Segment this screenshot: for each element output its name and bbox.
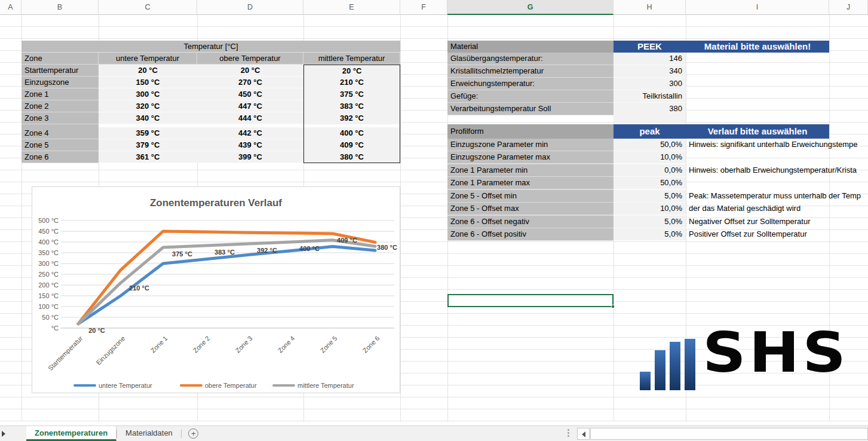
sheet-nav-arrow-icon[interactable]	[0, 426, 26, 441]
panel-row-label[interactable]: Einzugszone Parameter max	[447, 151, 614, 164]
column-header-F[interactable]: F	[400, 0, 447, 15]
panel-row-label[interactable]: Zone 6 - Offset positiv	[447, 228, 614, 241]
column-header-J[interactable]: J	[829, 0, 868, 15]
panel-row-hint[interactable]	[686, 103, 829, 115]
cell-mittlere[interactable]: 375 °C	[303, 88, 400, 100]
add-sheet-button[interactable]: +	[182, 426, 206, 441]
panel-header-label[interactable]: Profilform	[447, 124, 614, 139]
cell-zone-label[interactable]: Zone 5	[22, 139, 99, 151]
cell-obere[interactable]: 442 °C	[197, 127, 303, 139]
column-header-B[interactable]: B	[22, 0, 99, 15]
material-extra-cell[interactable]	[614, 112, 686, 122]
cell-untere[interactable]: 361 °C	[99, 151, 197, 163]
panel-row-hint[interactable]	[686, 177, 829, 189]
scroll-left-button[interactable]	[577, 428, 590, 440]
panel-row-value[interactable]: Teilkristallin	[614, 90, 686, 103]
cell-untere[interactable]: 20 °C	[99, 65, 197, 76]
panel-row-label[interactable]: Zone 6 - Offset negativ	[447, 216, 614, 228]
panel-row-value[interactable]: 5,0%	[614, 216, 686, 228]
panel-header-action[interactable]: Material bitte auswählen!	[686, 41, 829, 53]
selected-cell[interactable]	[447, 294, 614, 307]
cell-untere[interactable]: 379 °C	[99, 139, 197, 151]
cell-zone-label[interactable]: Starttemperatur	[22, 65, 99, 76]
cell-mittlere[interactable]: 383 °C	[303, 100, 400, 112]
panel-row-value[interactable]: 5,0%	[614, 228, 686, 241]
panel-row-value[interactable]: 50,0%	[614, 139, 686, 151]
horizontal-scrollbar[interactable]	[590, 428, 868, 440]
cell-zone-label[interactable]: Zone 1	[22, 88, 99, 100]
panel-header-label[interactable]: Material	[447, 41, 614, 53]
cell-obere[interactable]: 399 °C	[197, 151, 303, 163]
panel-row-hint[interactable]: Hinweis: signifikant unterhalb Erweichun…	[686, 139, 829, 151]
panel-header-value[interactable]: peak	[614, 124, 686, 139]
cell-untere[interactable]: 300 °C	[99, 88, 197, 100]
panel-row-value[interactable]: 0,0%	[614, 164, 686, 177]
cell-untere[interactable]: 150 °C	[99, 76, 197, 88]
column-header-A[interactable]: A	[0, 0, 22, 15]
column-header-C[interactable]: C	[99, 0, 197, 15]
panel-row-hint[interactable]: Peak: Massetemperatur muss unterhalb der…	[686, 190, 829, 203]
panel-row-hint[interactable]: Positiver Offset zur Solltemperatur	[686, 228, 829, 241]
panel-row-hint[interactable]: Hinweis: oberhalb Erweichungstemperatur/…	[686, 164, 829, 177]
fill-handle[interactable]	[611, 305, 615, 308]
cell-zone-label[interactable]: Einzugszone	[22, 76, 99, 88]
cell-zone-label[interactable]: Zone 6	[22, 151, 99, 163]
panel-row-hint[interactable]: Negativer Offset zur Solltemperatur	[686, 216, 829, 228]
cell-obere[interactable]: 447 °C	[197, 100, 303, 112]
panel-row-hint[interactable]	[686, 151, 829, 164]
cell-mittlere[interactable]: 392 °C	[303, 112, 400, 124]
panel-row-label[interactable]: Zone 1 Parameter min	[447, 164, 614, 177]
panel-row-label[interactable]: Kristallitschmelztemperatur	[447, 65, 614, 78]
cell-mittlere[interactable]: 210 °C	[303, 76, 400, 88]
panel-row-label[interactable]: Erweichungstemperatur:	[447, 78, 614, 90]
panel-row-value[interactable]: 5,0%	[614, 190, 686, 203]
cell-untere[interactable]: 359 °C	[99, 127, 197, 139]
panel-row-hint[interactable]	[686, 90, 829, 103]
panel-row-value[interactable]: 146	[614, 53, 686, 65]
y-axis-tick: 300 °C	[38, 260, 59, 267]
cell-mittlere[interactable]: 380 °C	[303, 151, 400, 163]
column-header-H[interactable]: H	[614, 0, 686, 15]
cell-obere[interactable]: 270 °C	[197, 76, 303, 88]
column-header-E[interactable]: E	[303, 0, 400, 15]
cell-mittlere[interactable]: 409 °C	[303, 139, 400, 151]
cell-zone-label[interactable]: Zone 3	[22, 112, 99, 124]
panel-row-label[interactable]: Glasübergangstemperatur:	[447, 53, 614, 65]
panel-row-value[interactable]: 340	[614, 65, 686, 78]
column-header-G[interactable]: G	[447, 0, 614, 15]
panel-row-value[interactable]: 50,0%	[614, 177, 686, 189]
cell-untere[interactable]: 320 °C	[99, 100, 197, 112]
panel-row-label[interactable]: Zone 1 Parameter max	[447, 177, 614, 189]
column-header-D[interactable]: D	[197, 0, 303, 15]
panel-header-action[interactable]: Verlauf bitte auswählen	[686, 124, 829, 139]
tab-zonentemperaturen[interactable]: Zonentemperaturen	[26, 426, 116, 441]
panel-row-label[interactable]: Zone 5 - Offset min	[447, 190, 614, 203]
y-axis-tick: °C	[51, 324, 59, 332]
cell-obere[interactable]: 444 °C	[197, 112, 303, 124]
cell-obere[interactable]: 20 °C	[197, 65, 303, 76]
tab-materialdaten[interactable]: Materialdaten	[117, 426, 181, 441]
panel-row-hint[interactable]	[686, 65, 829, 78]
cell-zone-label[interactable]: Zone 4	[22, 127, 99, 139]
panel-row-label[interactable]: Gefüge:	[447, 90, 614, 103]
cell-obere[interactable]: 439 °C	[197, 139, 303, 151]
panel-row-value[interactable]: 10,0%	[614, 151, 686, 164]
cell-untere[interactable]: 340 °C	[99, 112, 197, 124]
cell-mittlere[interactable]: 20 °C	[303, 65, 400, 76]
panel-row-label[interactable]: Verarbeitungstemperatur Soll	[447, 103, 614, 115]
zone-temperature-chart[interactable]: Zonentemperaturen Verlauf500 °C450 °C400…	[32, 186, 400, 393]
panel-row-value[interactable]: 10,0%	[614, 203, 686, 215]
cell-mittlere[interactable]: 400 °C	[303, 127, 400, 139]
panel-row-label[interactable]: Einzugszone Parameter min	[447, 139, 614, 151]
cell-obere[interactable]: 450 °C	[197, 88, 303, 100]
panel-row-label[interactable]: Zone 5 - Offset max	[447, 203, 614, 215]
panel-row-hint[interactable]: der das Material geschädigt wird	[686, 203, 829, 215]
panel-row-value[interactable]: 300	[614, 78, 686, 90]
panel-row-hint[interactable]	[686, 53, 829, 65]
y-axis-tick: 400 °C	[38, 238, 59, 246]
column-header-I[interactable]: I	[686, 0, 829, 15]
panel-row-hint[interactable]	[686, 78, 829, 90]
scrollbar-grip-icon[interactable]	[568, 429, 569, 437]
cell-zone-label[interactable]: Zone 2	[22, 100, 99, 112]
panel-header-value[interactable]: PEEK	[614, 41, 686, 53]
